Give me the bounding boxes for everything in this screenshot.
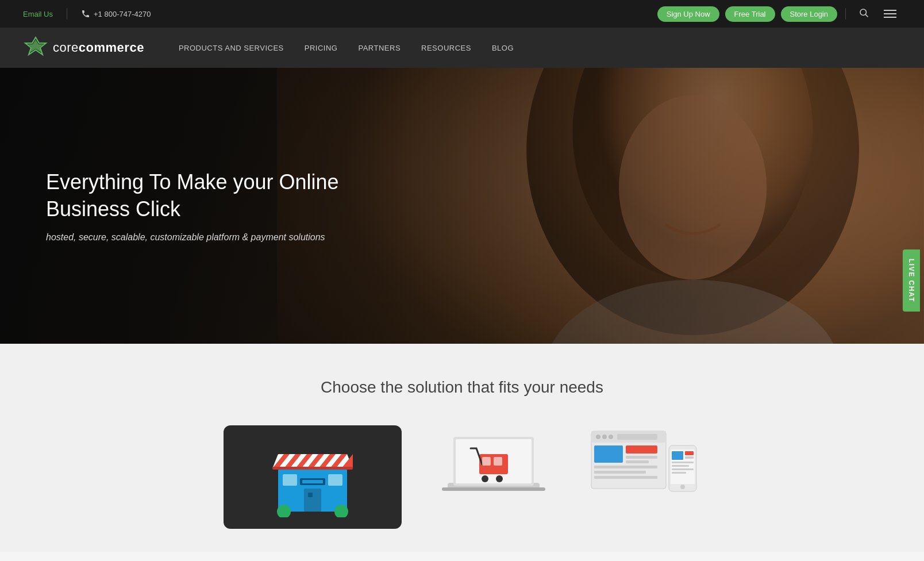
svg-rect-26 [302, 480, 323, 483]
svg-rect-48 [594, 476, 657, 479]
mockup-icon [586, 425, 700, 517]
nav-item-blog[interactable]: BLOG [492, 43, 514, 53]
hero-title: Everything To Make your Online Business … [46, 169, 356, 223]
hero-subtitle: hosted, secure, scalable, customizable p… [46, 232, 356, 243]
svg-rect-53 [685, 456, 694, 459]
svg-line-1 [865, 14, 868, 17]
svg-point-40 [609, 435, 613, 439]
phone-number-text: +1 800-747-4270 [94, 10, 151, 18]
svg-rect-57 [672, 472, 686, 474]
svg-point-32 [482, 475, 488, 482]
svg-point-33 [496, 475, 503, 482]
solution-section-title: Choose the solution that fits your needs [23, 378, 901, 397]
svg-rect-52 [685, 451, 694, 455]
cart-card[interactable] [436, 425, 551, 517]
svg-rect-13 [328, 474, 342, 486]
solution-section: Choose the solution that fits your needs [0, 344, 924, 552]
svg-rect-55 [672, 465, 689, 467]
svg-rect-47 [594, 471, 646, 474]
svg-rect-34 [482, 457, 491, 466]
store-illustration [267, 437, 359, 517]
top-bar-right: Sign Up Now Free Trial Store Login [657, 5, 901, 23]
svg-rect-11 [308, 493, 313, 497]
svg-rect-46 [594, 466, 657, 468]
svg-rect-35 [494, 457, 502, 466]
svg-rect-28 [442, 487, 545, 491]
svg-rect-44 [626, 456, 657, 459]
phone-number: +1 800-747-4270 [81, 9, 151, 18]
svg-rect-56 [672, 468, 694, 470]
svg-point-38 [596, 435, 600, 439]
navbar: corecommerce PRODUCTS AND SERVICES PRICI… [0, 28, 924, 68]
search-icon [858, 7, 869, 18]
nav-links: PRODUCTS AND SERVICES PRICING PARTNERS R… [179, 43, 514, 53]
phone-icon [81, 9, 90, 18]
svg-rect-51 [672, 451, 683, 460]
signup-button[interactable]: Sign Up Now [657, 6, 719, 22]
svg-rect-12 [283, 474, 297, 486]
menu-bar-3 [884, 17, 896, 18]
email-us-link[interactable]: Email Us [23, 10, 53, 18]
top-bar-left: Email Us +1 800-747-4270 [23, 8, 151, 20]
svg-point-58 [680, 485, 685, 489]
logo-link[interactable]: corecommerce [23, 35, 144, 60]
nav-item-pricing[interactable]: PRICING [305, 43, 338, 53]
svg-point-39 [602, 435, 607, 439]
top-bar-divider [67, 8, 67, 20]
mockup-card[interactable] [586, 425, 700, 517]
top-bar-right-divider [845, 8, 846, 20]
svg-point-0 [860, 9, 867, 16]
menu-bar-1 [884, 10, 896, 11]
svg-rect-43 [626, 445, 657, 454]
nav-item-partners[interactable]: PARTNERS [358, 43, 401, 53]
svg-rect-22 [272, 467, 353, 470]
svg-rect-42 [594, 445, 623, 463]
store-icon [267, 437, 359, 517]
nav-item-products[interactable]: PRODUCTS AND SERVICES [179, 43, 284, 53]
store-card[interactable] [224, 425, 402, 529]
solution-cards [23, 425, 901, 529]
svg-rect-41 [617, 434, 657, 440]
search-button[interactable] [854, 5, 873, 23]
store-login-button[interactable]: Store Login [781, 6, 838, 22]
nav-item-resources[interactable]: RESOURCES [421, 43, 471, 53]
free-trial-button[interactable]: Free Trial [725, 6, 775, 22]
logo-text: corecommerce [53, 40, 144, 55]
cart-icon [436, 425, 551, 517]
svg-rect-45 [626, 460, 649, 463]
hero-content: Everything To Make your Online Business … [0, 169, 402, 243]
svg-rect-10 [304, 489, 321, 512]
logo-icon [23, 35, 48, 60]
top-bar: Email Us +1 800-747-4270 Sign Up Now Fre… [0, 0, 924, 28]
hero-section: Everything To Make your Online Business … [0, 68, 924, 344]
live-chat-button[interactable]: LIVE CHAT [903, 249, 920, 312]
hamburger-menu-button[interactable] [879, 7, 901, 20]
svg-rect-54 [672, 462, 694, 463]
menu-bar-2 [884, 13, 896, 14]
